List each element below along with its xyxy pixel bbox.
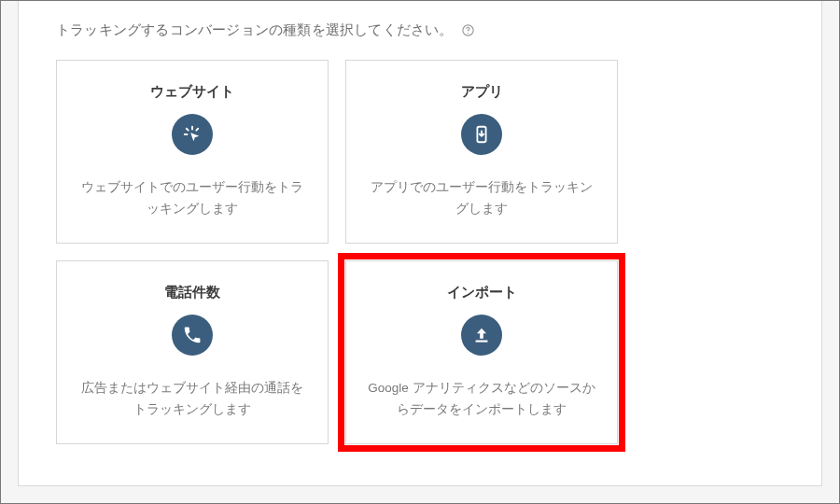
card-app[interactable]: アプリ アプリでのユーザー行動をトラッキングします [345,60,618,244]
instruction-row: トラッキングするコンバージョンの種類を選択してください。 [56,21,784,39]
card-phone-calls[interactable]: 電話件数 広告またはウェブサイト経由の通話をトラッキングします [56,260,329,444]
card-import[interactable]: インポート Google アナリティクスなどのソースからデータをインポートします [345,260,618,444]
cursor-click-icon [172,114,213,155]
card-title: 電話件数 [164,284,220,301]
card-title: アプリ [461,83,503,101]
phone-app-icon [461,114,502,155]
card-website[interactable]: ウェブサイト ウェブサイトでのユーザー行動をトラッキングします [56,60,329,244]
highlight-frame: インポート Google アナリティクスなどのソースからデータをインポートします [345,260,618,444]
phone-icon [172,315,213,356]
conversion-card-grid: ウェブサイト ウェブサイトでのユーザー行動をトラッキングします [56,60,784,444]
card-title: ウェブサイト [150,83,234,101]
card-description: 広告またはウェブサイト経由の通話をトラッキングします [76,378,309,421]
card-description: ウェブサイトでのユーザー行動をトラッキングします [76,177,309,220]
upload-icon [461,315,502,356]
svg-line-3 [187,129,189,131]
conversion-type-panel: トラッキングするコンバージョンの種類を選択してください。 ウェブサイト [18,1,822,486]
svg-line-4 [196,129,198,131]
svg-point-1 [468,33,469,34]
instruction-text: トラッキングするコンバージョンの種類を選択してください。 [56,21,454,39]
card-title: インポート [447,284,517,301]
card-description: アプリでのユーザー行動をトラッキングします [365,177,598,220]
svg-rect-7 [476,340,488,342]
help-icon[interactable] [461,23,475,37]
card-description: Google アナリティクスなどのソースからデータをインポートします [365,378,598,421]
page-background: トラッキングするコンバージョンの種類を選択してください。 ウェブサイト [1,1,839,503]
